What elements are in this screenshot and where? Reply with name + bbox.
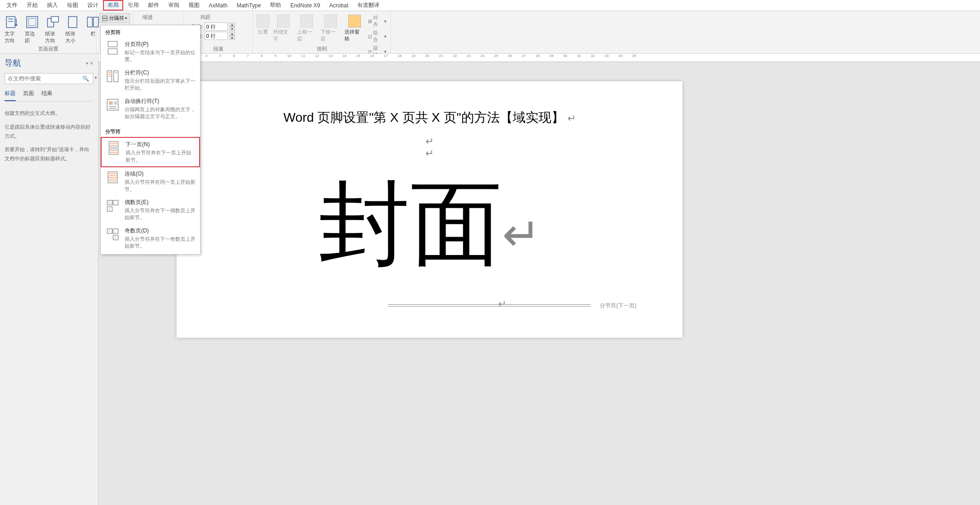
size-label: 纸张大小 [65, 30, 80, 44]
tab-acrobat[interactable]: Acrobat [325, 1, 353, 10]
size-button[interactable]: 纸张大小 [63, 14, 82, 45]
svg-rect-2 [29, 18, 36, 26]
svg-rect-4 [51, 17, 58, 22]
forward-icon [300, 15, 313, 28]
horizontal-ruler[interactable]: 4321123456789101112131415161718192021222… [98, 54, 980, 62]
tab-help[interactable]: 帮助 [265, 0, 286, 11]
indent-header: 缩进 [143, 12, 181, 21]
text-wrap-break-item[interactable]: 自动换行符(T)分隔网页上的对象周围的文字，如分隔题注文字与正文。 [101, 95, 200, 123]
continuous-break-item[interactable]: 连续(O)插入分节符并在同一页上开始新节。 [101, 167, 200, 196]
odd-page-break-item[interactable]: 13 奇数页(D)插入分节符并在下一奇数页上开始新节。 [101, 224, 200, 253]
page-break-item[interactable]: 分页符(P)标记一页结束与下一页开始的位置。 [101, 38, 200, 66]
align-button[interactable]: ⊞对齐▾ [367, 14, 388, 28]
margins-icon [25, 15, 40, 29]
svg-rect-8 [103, 16, 108, 17]
orientation-label: 纸张方向 [45, 30, 60, 44]
column-break-icon [105, 69, 120, 84]
tab-file[interactable]: 文件 [2, 0, 22, 11]
nav-search[interactable]: 🔍 ▾ [5, 73, 93, 84]
orientation-icon [45, 15, 60, 29]
svg-rect-0 [6, 17, 15, 28]
svg-rect-17 [109, 149, 118, 154]
wrap-icon [277, 15, 290, 28]
tab-review[interactable]: 审阅 [164, 0, 184, 11]
nav-tab-results[interactable]: 结果 [41, 90, 52, 101]
breaks-button[interactable]: 分隔符 ▾ [99, 13, 130, 23]
tab-youdao[interactable]: 有道翻译 [353, 0, 384, 11]
spacing-after-input[interactable] [205, 32, 228, 40]
svg-rect-9 [103, 18, 108, 20]
ribbon-tabs: 文件 开始 插入 绘图 设计 布局 引用 邮件 审阅 视图 AxMath Mat… [0, 0, 980, 11]
tab-endnote[interactable]: EndNote X9 [286, 1, 325, 10]
section-break-indicator: ↵ 分节符(下一页) [223, 298, 636, 310]
paragraph-mark-icon: ↵ [425, 148, 434, 159]
tab-insert[interactable]: 插入 [42, 0, 63, 11]
page-breaks-header: 分页符 [101, 27, 200, 38]
tab-axmath[interactable]: AxMath [204, 1, 232, 10]
svg-rect-11 [108, 49, 117, 54]
paragraph-mark-icon: ↵ [567, 113, 576, 124]
search-input[interactable] [5, 74, 80, 84]
nav-tab-pages[interactable]: 页面 [23, 90, 34, 101]
chevron-down-icon: ▾ [125, 16, 127, 20]
paragraph-mark-icon: ↵ [502, 211, 541, 257]
svg-rect-26 [113, 229, 118, 233]
svg-text:3: 3 [115, 236, 116, 239]
spacing-before-spinner[interactable]: ▴▾ [229, 23, 235, 31]
arrange-group-label: 排列 [253, 45, 390, 52]
text-direction-icon [5, 15, 19, 29]
tab-draw[interactable]: 绘图 [63, 0, 83, 11]
page-break-icon [105, 40, 120, 55]
svg-rect-5 [69, 17, 77, 28]
document-page[interactable]: Word 页脚设置"第 X 页共 X 页"的方法【域实现】 ↵ ↵ ↵ 封面↵ … [177, 81, 682, 338]
group-icon: ⊡ [368, 34, 372, 40]
spacing-header: 间距 [187, 12, 250, 22]
text-direction-label: 文字方向 [5, 30, 19, 44]
tab-design[interactable]: 设计 [83, 0, 103, 11]
document-title: Word 页脚设置"第 X 页共 X 页"的方法【域实现】 ↵ [223, 109, 636, 126]
nav-chevron-icon[interactable]: ▾ ✕ [86, 61, 93, 66]
group-button[interactable]: ⊡组合▾ [367, 29, 388, 44]
tab-mathtype[interactable]: MathType [232, 1, 266, 10]
svg-text:1: 1 [109, 230, 110, 233]
continuous-icon [105, 170, 120, 185]
svg-rect-21 [113, 200, 118, 205]
svg-rect-16 [109, 142, 118, 147]
tab-view[interactable]: 视图 [184, 0, 204, 11]
page-setup-group-label: 页面设置 [0, 45, 96, 52]
spacing-after-spinner[interactable]: ▴▾ [229, 32, 235, 40]
breaks-icon [102, 15, 108, 22]
nav-hint-3: 若要开始，请转到"开始"选项卡，并向文档中的标题应用标题样式。 [5, 145, 93, 164]
search-icon[interactable]: 🔍 [80, 74, 92, 84]
margins-button[interactable]: 页边距 [23, 14, 41, 45]
svg-text:4: 4 [109, 208, 110, 210]
nav-hint-1: 创建文档的交互式大纲。 [5, 109, 93, 118]
next-page-icon [106, 141, 121, 155]
next-page-break-item[interactable]: 下一页(N)插入分节符并在下一页上开始新节。 [101, 137, 200, 167]
document-area[interactable]: 4321123456789101112131415161718192021222… [98, 54, 980, 505]
orientation-button[interactable]: 纸张方向 [43, 14, 62, 45]
section-breaks-header: 分节符 [101, 126, 200, 137]
text-wrap-icon [105, 97, 120, 112]
cover-text: 封面↵ [223, 178, 636, 271]
tab-mailings[interactable]: 邮件 [143, 0, 164, 11]
svg-text:2: 2 [109, 201, 110, 204]
nav-tab-headings[interactable]: 标题 [5, 90, 16, 101]
odd-page-icon: 13 [105, 227, 120, 242]
text-direction-button[interactable]: 文字方向 [3, 14, 21, 45]
breaks-dropdown: 分页符 分页符(P)标记一页结束与下一页开始的位置。 分栏符(C)指示分栏符后面… [100, 25, 201, 255]
selection-icon [348, 15, 361, 28]
svg-rect-6 [87, 17, 92, 27]
navigation-panel: 导航 ▾ ✕ 🔍 ▾ 标题 页面 结果 创建文档的交互式大纲。 它是跟踪具体位置… [0, 54, 98, 505]
position-icon [257, 15, 269, 28]
even-page-break-item[interactable]: 24 偶数页(E)插入分节符并在下一偶数页上开始新节。 [101, 196, 200, 224]
margins-label: 页边距 [25, 30, 40, 44]
tab-home[interactable]: 开始 [22, 0, 42, 11]
backward-icon [324, 15, 337, 28]
tab-layout[interactable]: 布局 [103, 0, 123, 11]
tab-references[interactable]: 引用 [123, 0, 143, 11]
spacing-before-input[interactable] [205, 23, 228, 31]
even-page-icon: 24 [105, 199, 120, 213]
svg-rect-15 [109, 101, 113, 105]
column-break-item[interactable]: 分栏符(C)指示分栏符后面的文字将从下一栏开始。 [101, 66, 200, 95]
